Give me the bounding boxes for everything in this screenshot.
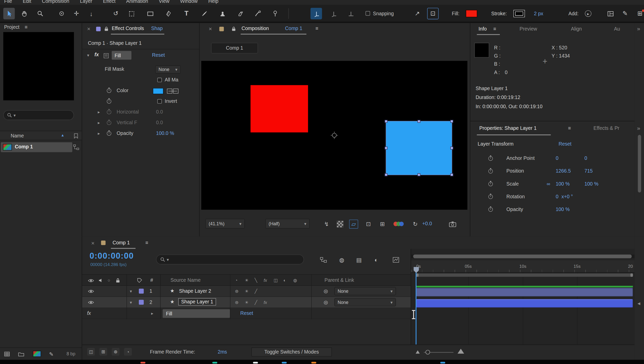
color-stopwatch-icon[interactable] xyxy=(107,88,111,93)
grid-guides-button[interactable]: ⊞ xyxy=(378,220,387,229)
selected-property-chip[interactable]: Fill xyxy=(163,309,230,318)
lock-icon[interactable] xyxy=(232,26,236,31)
invert-checkbox[interactable] xyxy=(157,99,162,104)
info-panel-menu-icon[interactable]: ≡ xyxy=(493,26,496,32)
anchor-point-x[interactable]: 0 xyxy=(556,156,559,161)
world-axis-mode-button[interactable] xyxy=(328,8,339,19)
expand-transfer-pane-button[interactable]: ⊞ xyxy=(99,348,107,356)
viewer-tab[interactable]: Comp 1 xyxy=(211,43,258,53)
invert-stopwatch-icon[interactable] xyxy=(107,99,111,104)
transform-reset-link[interactable]: Reset xyxy=(559,141,572,147)
composition-canvas[interactable] xyxy=(201,61,468,210)
playhead-line[interactable] xyxy=(416,273,416,345)
parent-dropdown[interactable]: None ▾ xyxy=(334,298,396,306)
workspace-button[interactable] xyxy=(605,8,616,19)
label-column-icon[interactable] xyxy=(137,278,142,283)
region-of-interest-button[interactable]: ⊡ xyxy=(364,220,373,229)
effect-controls-tab-label[interactable]: Effect Controls xyxy=(112,25,144,31)
menu-view[interactable]: View xyxy=(159,0,170,4)
property-reset-link[interactable]: Reset xyxy=(240,311,253,316)
parent-link-column-header[interactable]: Parent & Link xyxy=(324,277,354,283)
opacity-stopwatch-icon[interactable] xyxy=(107,131,111,136)
rotation-stopwatch-icon[interactable] xyxy=(488,194,493,199)
local-axis-mode-button[interactable] xyxy=(310,8,322,19)
add-shape-menu-button[interactable]: ▸ xyxy=(585,10,591,17)
properties-tab[interactable]: Properties: Shape Layer 1 xyxy=(479,125,536,131)
edit-workspace-button[interactable]: ✎ xyxy=(619,8,631,19)
rail-back-icon[interactable]: ◀ xyxy=(637,301,640,305)
scale-link-icon[interactable]: ∞ xyxy=(547,181,550,187)
fill-label[interactable]: Fill: xyxy=(452,11,459,17)
time-ruler[interactable]: 0s 05s 10s 15s 20 xyxy=(411,260,635,273)
scale-stopwatch-icon[interactable] xyxy=(488,182,493,186)
fast-previews-button[interactable]: ↯ xyxy=(322,220,331,229)
expand-switches-pane-button[interactable]: ◫ xyxy=(87,348,95,356)
zoom-out-icon[interactable] xyxy=(416,350,420,354)
pan-camera-tool-button[interactable]: ✛ xyxy=(71,8,82,19)
show-channel-button[interactable] xyxy=(394,221,405,227)
time-navigator-track[interactable] xyxy=(411,255,635,258)
selection-handle[interactable] xyxy=(385,147,387,149)
motion-blur-column-icon[interactable]: ◐ xyxy=(283,277,286,282)
hand-tool-button[interactable] xyxy=(19,8,30,19)
vertical-expander-icon[interactable]: ▸ xyxy=(98,120,100,125)
selection-handle[interactable] xyxy=(417,120,420,123)
orbit-camera-tool-button[interactable] xyxy=(56,8,67,19)
clone-stamp-tool-button[interactable] xyxy=(217,8,228,19)
composition-panel-menu-icon[interactable]: ≡ xyxy=(316,25,318,31)
eye-icon[interactable] xyxy=(88,289,94,293)
vertical-scrollbar[interactable] xyxy=(638,135,641,192)
mini-flowchart-button[interactable] xyxy=(318,255,328,264)
selection-handle[interactable] xyxy=(417,173,420,176)
fx-badge-icon[interactable]: fx xyxy=(95,52,99,58)
effect-reset-link[interactable]: Reset xyxy=(152,52,165,58)
menu-file[interactable]: File xyxy=(4,0,12,4)
timeline-zoom-slider-knob[interactable] xyxy=(426,350,430,355)
index-column-header[interactable]: # xyxy=(150,277,153,283)
selection-tool-button[interactable] xyxy=(3,8,15,19)
selection-handle[interactable] xyxy=(450,147,453,149)
selection-handle[interactable] xyxy=(450,120,453,123)
new-folder-button[interactable] xyxy=(17,350,25,358)
menu-composition[interactable]: Composition xyxy=(42,0,69,4)
color-options-icon[interactable] xyxy=(167,88,179,94)
project-comp-name[interactable]: Comp 1 xyxy=(15,144,33,150)
new-composition-button[interactable] xyxy=(33,351,41,357)
3d-column-icon[interactable]: ◍ xyxy=(293,277,297,282)
graph-editor-button[interactable] xyxy=(391,255,401,264)
draft-3d-button[interactable]: ◍ xyxy=(337,255,347,264)
layer-1-duration-bar[interactable] xyxy=(416,288,633,297)
zoom-in-icon[interactable] xyxy=(458,349,464,354)
menu-window[interactable]: Window xyxy=(180,0,198,4)
type-tool-button[interactable]: T xyxy=(181,8,192,19)
close-panel-icon[interactable]: × xyxy=(91,240,95,246)
project-panel-menu-icon[interactable]: ≡ xyxy=(25,24,27,30)
opacity-stopwatch-icon[interactable] xyxy=(488,207,493,212)
magnification-dropdown[interactable]: (41.1%) ▾ xyxy=(205,219,245,229)
timeline-search-input[interactable]: ▾ xyxy=(156,255,304,264)
fill-color-swatch[interactable] xyxy=(466,10,477,17)
flowchart-icon[interactable] xyxy=(73,144,79,150)
reset-exposure-button[interactable]: ↻ xyxy=(411,220,420,229)
sync-button[interactable]: ⊞ xyxy=(634,8,644,19)
search-filter-arrow[interactable]: ▾ xyxy=(13,113,16,118)
puppet-pin-tool-button[interactable] xyxy=(269,8,281,19)
vertical-value[interactable]: 0.0 xyxy=(156,120,163,125)
layer-expander-icon[interactable]: ▾ xyxy=(130,300,132,305)
dolly-camera-tool-button[interactable]: ↓ xyxy=(85,8,97,19)
add-marker-button[interactable]: ◔ xyxy=(124,348,132,356)
effect-expander-icon[interactable]: ▾ xyxy=(87,53,89,58)
panel-overflow-icon[interactable]: » xyxy=(637,125,640,132)
audio-column-icon[interactable] xyxy=(99,278,102,283)
parent-dropdown[interactable]: None ▾ xyxy=(334,287,396,295)
position-x[interactable]: 1266.5 xyxy=(556,168,571,174)
exposure-value[interactable]: +0.0 xyxy=(422,221,432,227)
pen-tool-button[interactable] xyxy=(163,8,174,19)
layer-expander-icon[interactable]: ▾ xyxy=(130,289,132,293)
layer-name-selected[interactable]: Shape Layer 1 xyxy=(178,298,216,305)
view-axis-mode-button[interactable] xyxy=(345,8,356,19)
pan-behind-tool-button[interactable] xyxy=(126,8,137,19)
rectangle-tool-button[interactable] xyxy=(145,8,156,19)
layer-row-2-selected[interactable]: ▾ 2 ★ Shape Layer 1 ⊛ ☀ ╱ fx ◎ None ▾ xyxy=(82,297,411,308)
paint-button[interactable]: ✎ xyxy=(48,350,55,358)
